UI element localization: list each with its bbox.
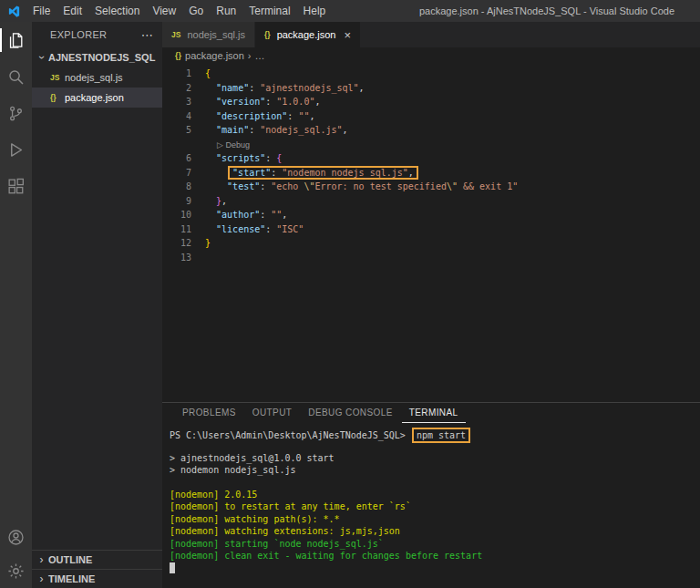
code-line: 4 "description": "", (162, 109, 700, 124)
gear-icon (7, 562, 25, 580)
code-token: , (359, 83, 365, 93)
code-line: 7 "start": "nodemon nodejs_sql.js", (162, 166, 700, 181)
sidebar-header: EXPLORER ⋯ (32, 22, 162, 47)
menu-help[interactable]: Help (297, 5, 333, 17)
line-number: 7 (162, 168, 191, 178)
code-token: , (408, 168, 414, 178)
search-icon (7, 68, 25, 86)
code-token: \" (304, 181, 314, 191)
editor[interactable]: 1{2 "name": "ajnestnodejs_sql",3 "versio… (162, 64, 700, 402)
code-line: 5 "main": "nodejs_sql.js", (162, 123, 700, 138)
tab-nodejs_sql.js[interactable]: JSnodejs_sql.js (162, 22, 255, 47)
code-token: , (314, 97, 320, 107)
terminal-text: [nodemon] starting `node nodejs_sql.js` (170, 539, 384, 549)
menu-edit[interactable]: Edit (57, 5, 88, 17)
window-title: package.json - AjNesTNodeJS_SQL - Visual… (419, 5, 700, 16)
line-number: 6 (162, 153, 191, 163)
chevron-right-icon: › (248, 50, 252, 61)
account-icon (7, 529, 25, 546)
activity-extensions[interactable] (0, 168, 32, 204)
file-item-nodejs_sql.js[interactable]: JSnodejs_sql.js (32, 67, 162, 88)
breadcrumb-symbol[interactable]: … (255, 50, 265, 61)
settings-button[interactable] (0, 554, 32, 588)
terminal-line: [nodemon] clean exit - waiting for chang… (170, 550, 700, 562)
more-actions-icon[interactable]: ⋯ (141, 28, 153, 42)
section-outline[interactable]: ›OUTLINE (32, 550, 162, 569)
codelens-debug[interactable]: ▷ Debug (217, 140, 250, 150)
file-item-package.json[interactable]: {}package.json (32, 88, 162, 108)
terminal-line: > ajnestnodejs_sql@1.0.0 start (170, 452, 700, 464)
code-token (205, 210, 216, 220)
code-line: 3 "version": "1.0.0", (162, 95, 700, 109)
breadcrumb-file[interactable]: package.json (185, 50, 244, 61)
file-label: package.json (65, 92, 124, 103)
menu-selection[interactable]: Selection (88, 5, 146, 17)
menu-go[interactable]: Go (182, 5, 210, 17)
line-content: "name": "ajnestnodejs_sql", (205, 83, 365, 93)
activity-search[interactable] (0, 58, 32, 95)
js-file-icon: JS (50, 73, 65, 82)
code-token: , (282, 210, 287, 220)
terminal-text: [nodemon] clean exit - waiting for chang… (170, 551, 482, 561)
menu-terminal[interactable]: Terminal (242, 5, 296, 17)
folder-name: AJNESTNODEJS_SQL (48, 52, 155, 63)
terminal-line (170, 477, 700, 489)
menu-bar: FileEditSelectionViewGoRunTerminalHelp (26, 5, 332, 17)
terminal-cursor[interactable] (170, 562, 175, 573)
code-token: "" (271, 210, 282, 220)
tab-bar: JSnodejs_sql.js{}package.json× (162, 22, 700, 47)
activity-bar-bottom (0, 521, 32, 588)
code-token: "author" (216, 210, 260, 220)
line-content: "license": "ISC" (205, 224, 304, 234)
line-number: 4 (162, 111, 191, 121)
code-token: : (265, 224, 276, 234)
annotation-box: "start": "nodemon nodejs_sql.js", (228, 166, 418, 180)
line-content: "version": "1.0.0", (205, 97, 320, 107)
activity-explorer[interactable] (0, 22, 32, 58)
menu-view[interactable]: View (146, 5, 182, 17)
panel-tab-problems[interactable]: PROBLEMS (175, 403, 243, 423)
terminal-line: [nodemon] to restart at any time, enter … (170, 500, 700, 512)
terminal-line: [nodemon] watching extensions: js,mjs,js… (170, 525, 700, 537)
line-number: 10 (162, 210, 191, 220)
folder-root[interactable]: › AJNESTNODEJS_SQL (32, 47, 162, 67)
code-token (205, 125, 216, 135)
line-content: "start": "nodemon nodejs_sql.js", (205, 166, 419, 180)
activity-run-debug[interactable] (0, 131, 32, 168)
breadcrumb: {} package.json › … (162, 47, 700, 64)
files-icon (7, 32, 25, 49)
activity-source-control[interactable] (0, 95, 32, 131)
menu-file[interactable]: File (26, 5, 57, 17)
panel-tab-terminal[interactable]: TERMINAL (402, 403, 466, 423)
tab-package.json[interactable]: {}package.json× (255, 22, 361, 47)
workbench: EXPLORER ⋯ › AJNESTNODEJS_SQL JSnodejs_s… (0, 22, 700, 588)
code-token: "version" (216, 97, 265, 107)
line-content: "test": "echo \"Error: no test specified… (205, 181, 518, 191)
close-icon[interactable]: × (344, 28, 351, 42)
section-timeline[interactable]: ›TIMELINE (32, 569, 162, 588)
activity-bar (0, 22, 32, 588)
code-token: "nodemon nodejs_sql.js" (282, 168, 407, 178)
terminal-text: > nodemon nodejs_sql.js (170, 465, 295, 475)
terminal-text: [nodemon] to restart at any time, enter … (170, 501, 411, 511)
accounts-button[interactable] (0, 521, 32, 554)
code-line: 8 "test": "echo \"Error: no test specifi… (162, 180, 700, 194)
code-token: { (276, 153, 282, 163)
line-content: "main": "nodejs_sql.js", (205, 125, 348, 135)
terminal[interactable]: PS C:\Users\Admin\Desktop\AjNesTNodeJS_S… (162, 423, 700, 588)
vscode-window: FileEditSelectionViewGoRunTerminalHelp p… (0, 0, 700, 588)
code-token: "test" (227, 181, 260, 191)
panel-tab-debug-console[interactable]: DEBUG CONSOLE (301, 403, 399, 423)
panel-tab-output[interactable]: OUTPUT (245, 403, 300, 423)
section-label: TIMELINE (48, 573, 95, 584)
line-content: "scripts": { (205, 153, 282, 163)
terminal-line: > nodemon nodejs_sql.js (170, 464, 700, 476)
terminal-text: [nodemon] 2.0.15 (170, 490, 257, 500)
code-token: "echo (271, 181, 304, 191)
code-token: "name" (216, 83, 249, 93)
editor-area: JSnodejs_sql.js{}package.json× {} packag… (162, 22, 700, 588)
menu-run[interactable]: Run (210, 5, 242, 17)
code-token: "ISC" (276, 224, 304, 234)
terminal-text: > ajnestnodejs_sql@1.0.0 start (170, 453, 335, 463)
json-file-icon: {} (175, 51, 181, 60)
